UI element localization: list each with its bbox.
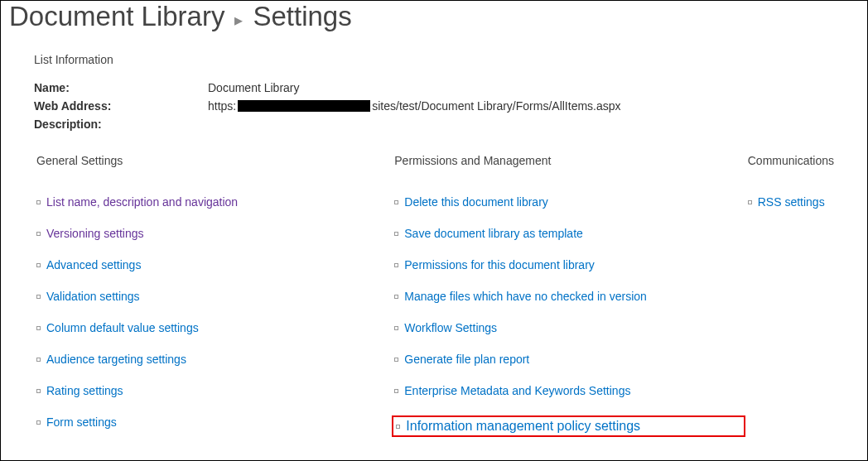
chevron-right-icon: ▸	[234, 10, 243, 30]
link-label: Column default value settings	[46, 321, 199, 334]
link-label: Delete this document library	[404, 195, 548, 209]
link-advanced-settings[interactable]: Advanced settings	[34, 258, 392, 271]
bullet-icon	[394, 200, 398, 204]
link-versioning-settings[interactable]: Versioning settings	[34, 227, 392, 240]
link-label: Workflow Settings	[404, 321, 497, 334]
bullet-icon	[394, 263, 398, 267]
description-label: Description:	[34, 118, 208, 131]
link-label: Validation settings	[46, 290, 140, 303]
bullet-icon	[394, 295, 398, 299]
bullet-icon	[394, 358, 398, 362]
link-delete-document-library[interactable]: Delete this document library	[392, 195, 745, 209]
bullet-icon	[36, 389, 41, 393]
link-list-name-desc-nav[interactable]: List name, description and navigation	[34, 195, 392, 209]
link-rss-settings[interactable]: RSS settings	[745, 195, 834, 209]
bullet-icon	[748, 200, 752, 204]
link-save-as-template[interactable]: Save document library as template	[392, 227, 745, 240]
link-audience-targeting-settings[interactable]: Audience targeting settings	[34, 353, 392, 366]
bullet-icon	[36, 232, 41, 236]
link-label: List name, description and navigation	[46, 195, 238, 209]
communications-heading: Communications	[745, 154, 834, 167]
web-address-value: https:sites/test/Document Library/Forms/…	[208, 99, 834, 113]
bullet-icon	[36, 358, 41, 362]
link-label: Permissions for this document library	[404, 258, 595, 271]
list-information-heading: List Information	[34, 53, 834, 66]
link-label: Versioning settings	[46, 227, 144, 240]
name-label: Name:	[34, 81, 208, 94]
link-manage-no-checked-in-files[interactable]: Manage files which have no checked in ve…	[392, 290, 745, 303]
link-validation-settings[interactable]: Validation settings	[34, 290, 392, 303]
link-label: Enterprise Metadata and Keywords Setting…	[404, 384, 630, 397]
general-settings-heading: General Settings	[34, 154, 392, 167]
bullet-icon	[36, 200, 41, 204]
link-rating-settings[interactable]: Rating settings	[34, 384, 392, 397]
web-address-label: Web Address:	[34, 99, 208, 113]
bullet-icon	[394, 389, 398, 393]
bullet-icon	[36, 263, 41, 267]
bullet-icon	[36, 420, 41, 425]
link-label: Save document library as template	[404, 227, 583, 240]
link-enterprise-metadata-keywords[interactable]: Enterprise Metadata and Keywords Setting…	[392, 384, 745, 397]
link-label: Advanced settings	[46, 258, 141, 271]
bullet-icon	[36, 295, 41, 299]
url-suffix: sites/test/Document Library/Forms/AllIte…	[372, 99, 620, 113]
link-label: Manage files which have no checked in ve…	[404, 290, 647, 303]
name-value: Document Library	[208, 81, 834, 94]
breadcrumb-current: Settings	[253, 1, 351, 32]
link-label: Form settings	[46, 415, 117, 429]
link-workflow-settings[interactable]: Workflow Settings	[392, 321, 745, 334]
description-value	[208, 118, 834, 131]
list-information-grid: Name: Document Library Web Address: http…	[34, 81, 834, 131]
link-label: Rating settings	[46, 384, 123, 397]
link-permissions-for-library[interactable]: Permissions for this document library	[392, 258, 745, 271]
breadcrumb-parent[interactable]: Document Library	[9, 1, 224, 32]
link-label: Audience targeting settings	[46, 353, 186, 366]
bullet-icon	[394, 326, 398, 330]
link-label: RSS settings	[758, 195, 825, 209]
link-generate-file-plan-report[interactable]: Generate file plan report	[392, 353, 745, 366]
url-prefix: https:	[208, 99, 236, 113]
redacted-host	[238, 100, 370, 112]
permissions-management-column: Permissions and Management Delete this d…	[392, 154, 745, 437]
permissions-management-heading: Permissions and Management	[392, 154, 745, 167]
communications-column: Communications RSS settings	[745, 154, 834, 437]
link-information-management-policy[interactable]: Information management policy settings	[392, 415, 745, 437]
link-column-default-value-settings[interactable]: Column default value settings	[34, 321, 392, 334]
breadcrumb: Document Library ▸ Settings	[1, 1, 867, 41]
link-label: Information management policy settings	[406, 419, 640, 434]
link-form-settings[interactable]: Form settings	[34, 415, 392, 429]
link-label: Generate file plan report	[404, 353, 529, 366]
general-settings-column: General Settings List name, description …	[34, 154, 392, 437]
bullet-icon	[36, 326, 41, 330]
bullet-icon	[396, 425, 400, 429]
bullet-icon	[394, 232, 398, 236]
